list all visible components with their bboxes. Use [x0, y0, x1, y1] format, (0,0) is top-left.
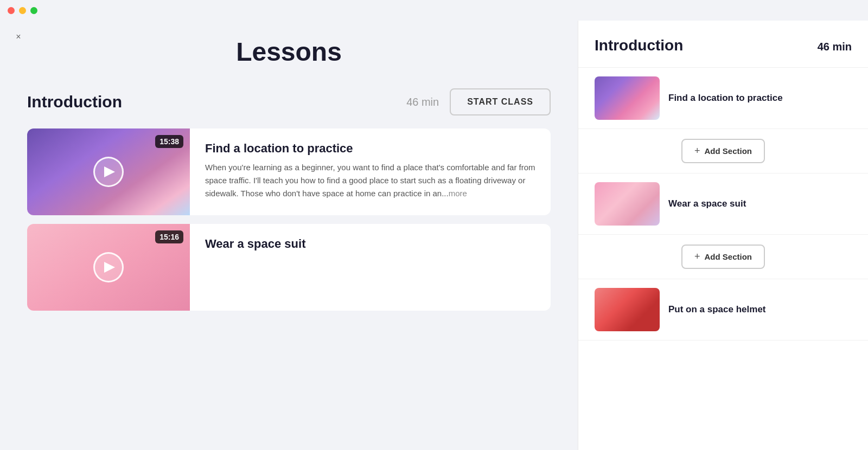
page-title: Lessons — [27, 37, 551, 67]
right-duration: 46 min — [818, 41, 852, 53]
add-section-row-2: + Add Section — [578, 235, 868, 279]
play-icon-2 — [104, 262, 115, 273]
sidebar-lesson-2[interactable]: Wear a space suit — [578, 173, 868, 235]
lesson-thumbnail-1[interactable]: 15:38 — [27, 128, 190, 215]
sidebar-lesson-title-2: Wear a space suit — [668, 197, 746, 210]
lesson-card: 15:38 Find a location to practice When y… — [27, 128, 551, 215]
lesson-title-1: Find a location to practice — [205, 142, 535, 156]
lesson-timestamp-2: 15:16 — [155, 230, 183, 243]
plus-icon-2: + — [694, 251, 700, 262]
section-title: Introduction — [27, 93, 122, 111]
lesson-content-2: Wear a space suit — [190, 224, 551, 311]
lesson-more-link-1[interactable]: more — [449, 189, 467, 198]
lesson-title-2: Wear a space suit — [205, 237, 535, 251]
add-section-row-1: + Add Section — [578, 129, 868, 173]
sidebar-lesson-3[interactable]: Put on a space helmet — [578, 279, 868, 340]
plus-icon-1: + — [694, 145, 700, 157]
main-layout: × Lessons Introduction 46 min START CLAS… — [0, 21, 868, 450]
add-section-button-2[interactable]: + Add Section — [681, 245, 765, 269]
lesson-thumbnail-2[interactable]: 15:16 — [27, 224, 190, 311]
sidebar-lesson-1[interactable]: Find a location to practice — [578, 68, 868, 129]
sidebar-thumb-1 — [595, 76, 660, 120]
lesson-card-2: 15:16 Wear a space suit — [27, 224, 551, 311]
close-button[interactable]: × — [11, 29, 26, 44]
traffic-light-red[interactable] — [8, 7, 15, 14]
section-meta: 46 min START CLASS — [406, 88, 551, 115]
play-button-1[interactable] — [93, 157, 124, 187]
add-section-label-1: Add Section — [705, 146, 752, 156]
traffic-light-yellow[interactable] — [19, 7, 26, 14]
sidebar-thumb-2 — [595, 182, 660, 226]
section-header: Introduction 46 min START CLASS — [27, 88, 551, 115]
titlebar — [0, 0, 868, 21]
left-panel: × Lessons Introduction 46 min START CLAS… — [0, 21, 578, 450]
play-button-2[interactable] — [93, 252, 124, 282]
section-duration: 46 min — [406, 96, 439, 108]
sidebar-lesson-title-1: Find a location to practice — [668, 92, 783, 105]
lesson-desc-1: When you're learning as a beginner, you … — [205, 161, 535, 200]
right-panel: Introduction 46 min Find a location to p… — [578, 21, 868, 450]
start-class-button[interactable]: START CLASS — [450, 88, 551, 115]
right-header: Introduction 46 min — [578, 37, 868, 68]
sidebar-thumb-3 — [595, 288, 660, 331]
lesson-content-1: Find a location to practice When you're … — [190, 128, 551, 215]
traffic-light-green[interactable] — [30, 7, 37, 14]
sidebar-lesson-title-3: Put on a space helmet — [668, 303, 766, 316]
lesson-timestamp-1: 15:38 — [155, 135, 183, 148]
right-title: Introduction — [595, 37, 683, 54]
add-section-button-1[interactable]: + Add Section — [681, 139, 765, 163]
add-section-label-2: Add Section — [705, 252, 752, 261]
play-icon-1 — [104, 166, 115, 177]
